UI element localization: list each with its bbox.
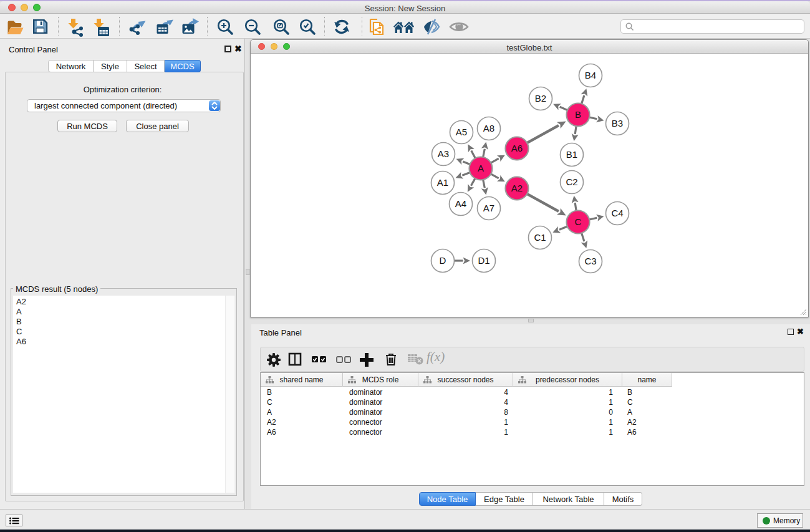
svg-text:D: D xyxy=(440,255,446,266)
svg-text:C2: C2 xyxy=(566,177,577,187)
svg-text:C1: C1 xyxy=(534,232,546,243)
svg-text:C: C xyxy=(575,216,582,227)
svg-text:C4: C4 xyxy=(611,208,623,218)
svg-text:B4: B4 xyxy=(585,70,596,80)
svg-text:B2: B2 xyxy=(535,93,546,104)
svg-text:A6: A6 xyxy=(511,143,523,153)
svg-text:A1: A1 xyxy=(437,177,448,188)
svg-text:A3: A3 xyxy=(438,148,449,159)
svg-text:C3: C3 xyxy=(584,256,596,266)
svg-text:A8: A8 xyxy=(483,123,494,133)
svg-text:D1: D1 xyxy=(478,255,489,266)
svg-text:B3: B3 xyxy=(612,118,623,128)
svg-text:B1: B1 xyxy=(566,149,577,160)
svg-text:A7: A7 xyxy=(483,203,494,213)
svg-text:A2: A2 xyxy=(511,183,523,193)
svg-text:A5: A5 xyxy=(456,127,467,137)
svg-text:A4: A4 xyxy=(455,198,466,209)
svg-text:A: A xyxy=(478,163,484,173)
svg-text:B: B xyxy=(575,109,581,120)
